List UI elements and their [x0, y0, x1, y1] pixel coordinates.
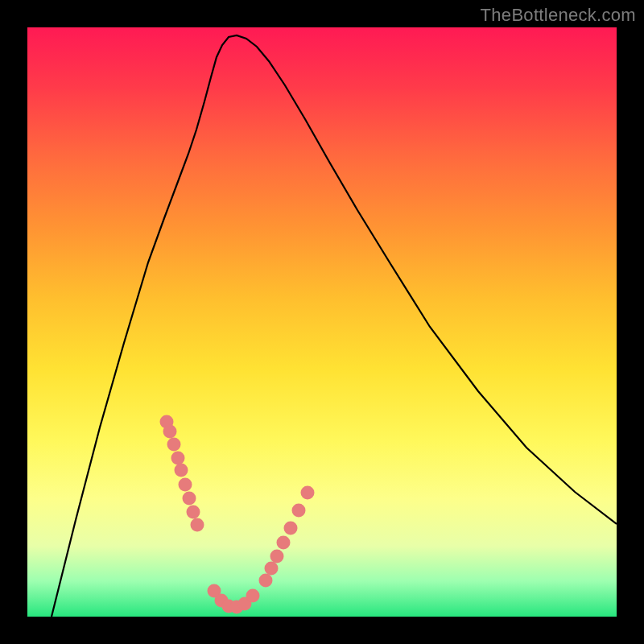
data-point: [284, 522, 298, 535]
data-point: [167, 438, 181, 452]
data-point: [270, 550, 284, 564]
data-point: [171, 452, 185, 465]
data-point: [187, 506, 200, 519]
data-points-group: [160, 415, 315, 614]
data-point: [265, 562, 279, 576]
data-point: [163, 425, 177, 439]
data-point: [292, 504, 306, 518]
watermark-text: TheBottleneck.com: [481, 5, 636, 26]
data-point: [179, 478, 192, 492]
data-point: [259, 574, 273, 588]
bottleneck-plot: [27, 27, 617, 617]
chart-canvas: [27, 27, 617, 617]
data-point: [277, 536, 291, 550]
bottleneck-curve: [52, 35, 617, 617]
data-point: [246, 589, 260, 603]
data-point: [191, 518, 204, 532]
data-point: [175, 464, 188, 477]
data-point: [301, 486, 315, 500]
data-point: [183, 492, 196, 506]
